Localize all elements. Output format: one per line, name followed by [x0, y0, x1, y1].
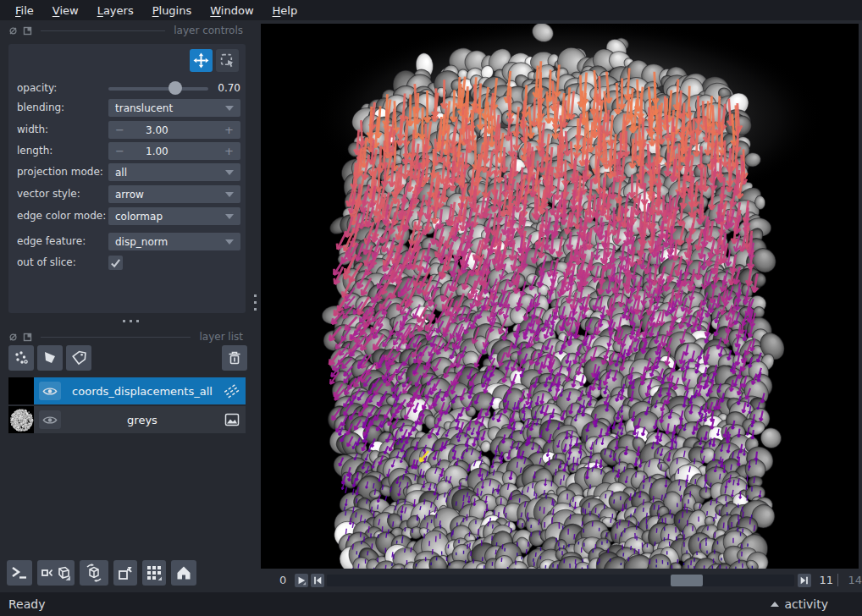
- skip-end-icon: [799, 575, 810, 586]
- dock-resize-handle[interactable]: [254, 294, 257, 311]
- napari-window: File View Layers Plugins Window Help lay…: [0, 0, 862, 616]
- toggle-2d-3d-button[interactable]: [37, 560, 75, 586]
- opacity-slider[interactable]: [108, 81, 208, 96]
- pan-arrows-icon: [193, 52, 209, 69]
- blending-label: blending:: [17, 102, 64, 113]
- transform-button[interactable]: [216, 49, 239, 72]
- chevron-down-icon: [225, 239, 234, 245]
- checkmark-icon: [110, 257, 121, 268]
- blending-select[interactable]: translucent: [108, 99, 240, 117]
- layer-controls-panel: opacity: 0.70 blending: translucent: [8, 44, 246, 313]
- transform-icon: [219, 52, 235, 69]
- float-dock-icon[interactable]: [23, 26, 32, 36]
- play-button[interactable]: [295, 574, 308, 587]
- vectors-layer-icon: [224, 382, 240, 399]
- 2d-3d-toggle-icon: [41, 564, 71, 581]
- layer-row-vectors[interactable]: coords_displacements_all: [8, 377, 246, 404]
- dimension-slider-track[interactable]: [327, 575, 794, 586]
- left-dock-panel: layer controls: [0, 20, 261, 592]
- labels-tag-icon: [70, 349, 87, 366]
- layer-thumbnail: [8, 406, 34, 433]
- home-reset-view-button[interactable]: [171, 560, 196, 586]
- out-of-slice-label: out of slice:: [17, 256, 76, 268]
- layer-thumbnail: [8, 377, 34, 404]
- skip-to-start-button[interactable]: [311, 574, 324, 587]
- status-message: Ready: [8, 597, 45, 611]
- length-spinner[interactable]: − 1.00 +: [108, 142, 240, 160]
- roll-dims-icon: [84, 564, 104, 582]
- width-label: width:: [17, 124, 48, 135]
- length-value: 1.00: [127, 146, 222, 157]
- decrement-icon[interactable]: −: [115, 124, 127, 136]
- transpose-dimensions-button[interactable]: [113, 560, 137, 586]
- shapes-icon: [41, 349, 58, 366]
- viewer-canvas-area: 0 11 14: [261, 20, 862, 592]
- width-value: 3.00: [127, 124, 222, 136]
- menu-plugins[interactable]: Plugins: [144, 2, 201, 19]
- layer-name: greys: [66, 414, 218, 426]
- new-shapes-layer-button[interactable]: [37, 345, 63, 371]
- menu-view[interactable]: View: [44, 2, 87, 19]
- dimension-axis-label: 0: [279, 574, 286, 586]
- projection-mode-select[interactable]: all: [108, 163, 240, 181]
- activity-button[interactable]: activity: [771, 597, 828, 611]
- caret-up-icon: [771, 602, 779, 607]
- menu-layers[interactable]: Layers: [89, 2, 142, 19]
- edge-color-mode-select[interactable]: colormap: [108, 207, 240, 225]
- opacity-slider-handle[interactable]: [169, 81, 182, 95]
- visibility-eye-button[interactable]: [39, 410, 61, 429]
- console-button[interactable]: [7, 560, 32, 586]
- increment-icon[interactable]: +: [222, 124, 234, 136]
- roll-dimensions-button[interactable]: [80, 560, 108, 586]
- projection-mode-row: projection mode: all: [8, 163, 246, 182]
- new-points-layer-button[interactable]: [8, 345, 34, 371]
- opacity-value: 0.70: [208, 82, 240, 94]
- chevron-down-icon: [225, 106, 234, 111]
- trash-icon: [226, 349, 243, 366]
- image-layer-icon: [224, 411, 240, 428]
- out-of-slice-row: out of slice:: [8, 254, 246, 272]
- pan-zoom-button[interactable]: [190, 49, 213, 72]
- edge-feature-label: edge feature:: [17, 235, 86, 247]
- float-dock-icon[interactable]: [23, 333, 32, 342]
- dimension-slider-handle[interactable]: [671, 575, 703, 586]
- divider: [41, 30, 165, 31]
- layer-list-title: layer list: [199, 331, 243, 343]
- vector-style-select[interactable]: arrow: [108, 185, 240, 203]
- width-spinner[interactable]: − 3.00 +: [108, 121, 240, 139]
- decrement-icon[interactable]: −: [115, 145, 127, 157]
- hide-dock-icon[interactable]: [8, 26, 18, 36]
- grid-view-button[interactable]: [142, 560, 166, 586]
- hide-dock-icon[interactable]: [8, 333, 18, 342]
- points-icon: [13, 349, 30, 366]
- out-of-slice-checkbox[interactable]: [108, 256, 123, 270]
- chevron-down-icon: [225, 192, 234, 197]
- console-icon: [11, 565, 28, 580]
- width-row: width: − 3.00 +: [8, 121, 246, 140]
- chevron-down-icon: [225, 170, 234, 175]
- panel-splitter-handle[interactable]: [0, 320, 261, 322]
- opacity-slider-track[interactable]: [108, 87, 208, 91]
- menu-bar: File View Layers Plugins Window Help: [0, 0, 862, 20]
- layer-controls-title: layer controls: [174, 25, 243, 36]
- divider: [41, 337, 191, 338]
- viewer-canvas[interactable]: [261, 24, 859, 569]
- menu-help[interactable]: Help: [264, 2, 307, 19]
- edge-feature-select[interactable]: disp_norm: [108, 233, 240, 250]
- visibility-eye-button[interactable]: [39, 382, 61, 400]
- menu-file[interactable]: File: [7, 2, 42, 19]
- layer-row-greys[interactable]: greys: [8, 406, 246, 433]
- menu-window[interactable]: Window: [202, 2, 262, 19]
- chevron-down-icon: [225, 214, 234, 219]
- layer-name: coords_displacements_all: [66, 385, 218, 398]
- activity-label: activity: [784, 597, 828, 611]
- blending-row: blending: translucent: [8, 99, 246, 118]
- opacity-row: opacity: 0.70: [8, 80, 246, 98]
- total-frames-value: 14: [842, 574, 862, 586]
- dimension-slider-row: 0 11 14: [261, 569, 862, 592]
- increment-icon[interactable]: +: [222, 145, 234, 157]
- new-labels-layer-button[interactable]: [66, 345, 91, 371]
- status-bar: Ready activity: [0, 592, 862, 616]
- delete-layer-button[interactable]: [222, 345, 247, 371]
- current-frame-value: 11: [810, 574, 833, 586]
